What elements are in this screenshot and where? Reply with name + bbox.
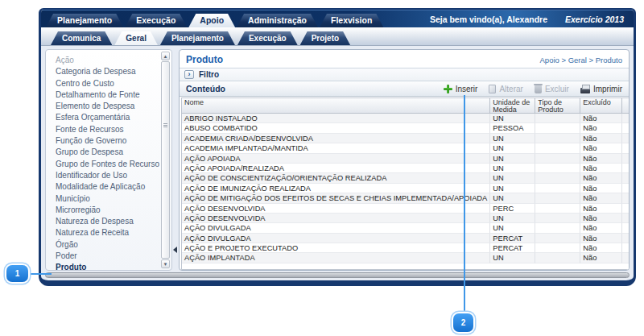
sidebar-item[interactable]: Natureza de Despesa: [56, 216, 159, 227]
sidebar-item[interactable]: Natureza de Receita: [56, 227, 159, 239]
Alterar[interactable]: Alterar: [489, 85, 522, 93]
table-row[interactable]: AÇÃO APOIADA UN Não: [182, 154, 630, 164]
sidebar-item[interactable]: Esfera Orçamentária: [56, 112, 159, 123]
table-row[interactable]: AÇÃO DIVULGADA UN Não: [182, 223, 630, 233]
sidebar-item[interactable]: Fonte de Recursos: [56, 124, 159, 135]
sidebar-item[interactable]: Município: [56, 193, 159, 205]
cell-tipo: [535, 234, 580, 243]
cell-nome: AÇÃO APOIADA: [182, 154, 490, 164]
cell-filler: [622, 253, 630, 263]
cell-tipo: [535, 134, 580, 143]
table-header-row: Nome Unidade de Medida Tipo de Produto E…: [182, 98, 630, 114]
cell-excluido: Não: [580, 223, 622, 233]
sidebar-item[interactable]: Elemento de Despesa: [56, 101, 159, 112]
callout-line-2: [464, 95, 465, 313]
table-row[interactable]: AÇÃO IMPLANTADA UN Não: [182, 253, 630, 263]
cell-unidade: UN: [490, 154, 535, 164]
sidebar-item[interactable]: Microrregião: [56, 205, 159, 216]
cell-nome: ABRIGO INSTALADO: [182, 114, 490, 123]
table-row[interactable]: AÇÃO DESENVOLVIDA UN Não: [182, 214, 630, 223]
sidebar-splitter[interactable]: [172, 49, 179, 271]
scroll-up-icon[interactable]: ▲: [161, 52, 170, 60]
sidebar-item[interactable]: Grupo de Despesa: [56, 147, 159, 158]
top-nav-tab[interactable]: Execução: [125, 14, 187, 27]
cell-unidade: UN: [490, 193, 535, 203]
cell-filler: [622, 114, 630, 123]
sub-tab-bar: Comunica Geral Planejamento Execução Pro…: [41, 27, 634, 46]
cell-nome: AÇÃO DE MITIGAÇÃO DOS EFEITOS DE SECAS E…: [182, 193, 490, 203]
Excluir[interactable]: Excluir: [535, 84, 569, 93]
screenshot-stage: Planejamento Execução Apoio Administraçã…: [0, 0, 644, 336]
sidebar-item[interactable]: Identificador de Uso: [56, 170, 159, 181]
table-row[interactable]: ACADEMIA IMPLANTADA/MANTIDA UN Não: [182, 143, 630, 153]
table-row[interactable]: AÇÃO DE IMUNIZAÇÃO REALIZADA UN Não: [182, 184, 630, 193]
sidebar: Ação Categoria de Despesa Centro de Cust…: [45, 49, 172, 271]
sub-tab[interactable]: Projeto: [300, 31, 350, 45]
sidebar-item[interactable]: Poder: [56, 251, 159, 262]
sidebar-scroll-thumb[interactable]: [161, 61, 170, 259]
sub-tab[interactable]: Planejamento: [160, 31, 235, 45]
column-header-nome[interactable]: Nome: [182, 98, 490, 113]
sidebar-item[interactable]: Modalidade de Aplicação: [56, 181, 159, 193]
cell-excluido: Não: [580, 193, 622, 203]
sidebar-item[interactable]: Detalhamento de Fonte: [56, 89, 159, 101]
cell-filler: [622, 214, 630, 223]
table-row[interactable]: AÇÃO DE CONSCIENTIZAÇÃO/ORIENTAÇÃO REALI…: [182, 173, 630, 183]
cell-excluido: Não: [580, 214, 622, 223]
sidebar-item[interactable]: Função de Governo: [56, 135, 159, 147]
cell-nome: AÇÃO E PROJETO EXECUTADO: [182, 243, 490, 253]
scroll-down-icon[interactable]: ▼: [161, 259, 170, 268]
breadcrumb[interactable]: Apoio > Geral > Produto: [540, 56, 622, 64]
sidebar-item[interactable]: Produto: [56, 262, 159, 270]
insert-plus-icon: [444, 85, 452, 93]
column-header-tipo[interactable]: Tipo de Produto: [535, 98, 580, 113]
table-row[interactable]: ABUSO COMBATIDO PESSOA Não: [182, 123, 630, 133]
cell-filler: [622, 173, 630, 183]
sidebar-item[interactable]: Ação: [56, 55, 159, 66]
table-row[interactable]: ABRIGO INSTALADO UN Não: [182, 114, 630, 123]
cell-tipo: [535, 243, 580, 253]
filter-expand-icon[interactable]: ›: [184, 70, 194, 79]
table-row[interactable]: AÇÃO E PROJETO EXECUTADO PERCAT Não: [182, 243, 630, 253]
exercise-year-label: Exercício 2013: [565, 15, 627, 27]
cell-excluido: Não: [580, 173, 622, 183]
sidebar-item[interactable]: Órgão: [56, 239, 159, 251]
cell-excluido: Não: [580, 143, 622, 153]
table-row[interactable]: AÇÃO APOIADA/REALIZADA UN Não: [182, 164, 630, 173]
table-row[interactable]: AÇÃO DESENVOLVIDA PERC Não: [182, 204, 630, 214]
column-header-unidade[interactable]: Unidade de Medida: [490, 98, 535, 113]
cell-tipo: [535, 253, 580, 263]
sub-tab[interactable]: Geral: [114, 31, 158, 45]
top-nav-tab[interactable]: Flexvision: [320, 14, 383, 27]
cell-unidade: UN: [490, 164, 535, 173]
collapse-left-icon[interactable]: [173, 247, 177, 253]
cell-excluido: Não: [580, 114, 622, 123]
toolbar-button-label: Imprimir: [593, 85, 622, 93]
cell-unidade: PERC: [490, 204, 535, 214]
sub-tab[interactable]: Comunica: [51, 31, 112, 45]
top-nav-tab[interactable]: Apoio: [188, 14, 235, 27]
cell-tipo: [535, 143, 580, 153]
cell-excluido: Não: [580, 243, 622, 253]
top-nav-tab[interactable]: Planejamento: [46, 14, 123, 27]
Imprimir[interactable]: Imprimir: [580, 85, 622, 93]
annotation-badge-1: 1: [6, 265, 28, 282]
table-row[interactable]: ACADEMIA CRIADA/DESENVOLVIDA UN Não: [182, 134, 630, 143]
table-row[interactable]: AÇÃO DE MITIGAÇÃO DOS EFEITOS DE SECAS E…: [182, 193, 630, 203]
cell-filler: [622, 164, 630, 173]
content-region: Ação Categoria de Despesa Centro de Cust…: [41, 46, 634, 280]
Inserir[interactable]: Inserir: [444, 85, 478, 93]
table-body: ABRIGO INSTALADO UN Não ABUSO COMBATIDO: [182, 114, 630, 269]
sidebar-scrollbar[interactable]: ▲ ▼: [161, 52, 170, 268]
cell-filler: [622, 204, 630, 214]
sidebar-item[interactable]: Centro de Custo: [56, 78, 159, 89]
top-nav-tab[interactable]: Administração: [237, 14, 318, 27]
table-row[interactable]: AÇÃO DIVULGADA PERCAT Não: [182, 234, 630, 243]
sidebar-item[interactable]: Grupo de Fontes de Recursos: [56, 159, 159, 170]
cell-excluido: Não: [580, 234, 622, 243]
cell-excluido: Não: [580, 164, 622, 173]
column-header-excluido[interactable]: Excluído: [580, 98, 622, 113]
annotation-badge-2: 2: [453, 313, 473, 332]
sidebar-item[interactable]: Categoria de Despesa: [56, 66, 159, 77]
sub-tab[interactable]: Execução: [237, 31, 298, 45]
